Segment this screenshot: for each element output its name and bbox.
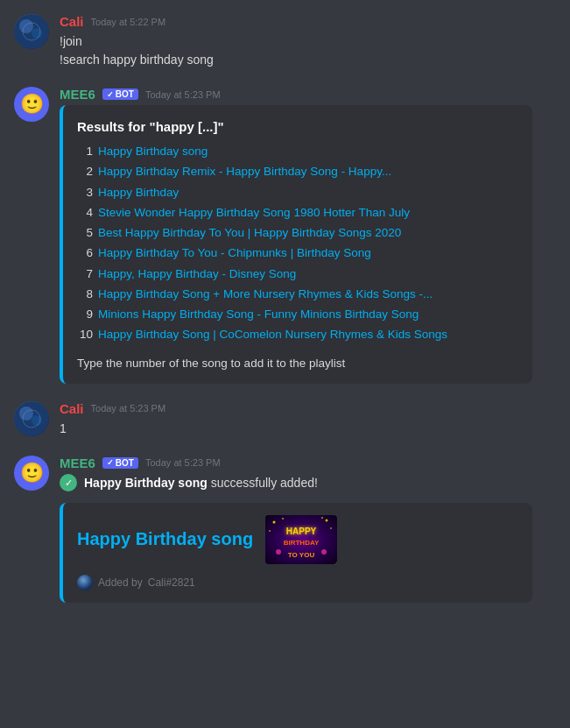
added-by-user: Cali#2821 [148, 576, 195, 589]
result-link-5[interactable]: Best Happy Birthday To You | Happy Birth… [98, 224, 401, 242]
message-header-4: MEE6 ✓ BOT Today at 5:23 PM [60, 456, 556, 470]
list-item: 5 Best Happy Birthday To You | Happy Bir… [77, 224, 518, 242]
result-list: 1 Happy Birthday song 2 Happy Birthday R… [77, 143, 518, 344]
message-group-2: 🙂 MEE6 ✓ BOT Today at 5:23 PM Results fo… [0, 73, 570, 387]
result-link-2[interactable]: Happy Birthday Remix - Happy Birthday So… [98, 163, 391, 180]
username-mee6-1: MEE6 [60, 87, 95, 102]
message-group-3: Cali Today at 5:23 PM 1 [0, 387, 570, 442]
svg-text:TO YOU: TO YOU [288, 551, 315, 559]
result-link-9[interactable]: Minions Happy Birthday Song - Funny Mini… [98, 306, 419, 323]
result-link-6[interactable]: Happy Birthday To You - Chipmunks | Birt… [98, 244, 371, 262]
search-results-card: Results for "happy [...]" 1 Happy Birthd… [60, 105, 532, 384]
svg-point-10 [282, 518, 284, 519]
message-group-1: Cali Today at 5:22 PM !join !search happ… [0, 0, 570, 73]
username-cali-2: Cali [60, 401, 84, 416]
svg-point-9 [273, 520, 276, 523]
list-item: 9 Minions Happy Birthday Song - Funny Mi… [77, 306, 518, 323]
avatar-cali-2 [14, 401, 49, 436]
message-text-1: !join !search happy birthday song [60, 32, 556, 69]
results-footer: Type the number of the song to add it to… [77, 357, 518, 370]
message-text-4: ✓ Happy Birthday song successfully added… [60, 474, 556, 492]
added-header: ✓ Happy Birthday song successfully added… [60, 474, 556, 492]
success-icon: ✓ [60, 474, 77, 491]
svg-point-4 [14, 401, 49, 436]
list-item: 7 Happy, Happy Birthday - Disney Song [77, 265, 518, 283]
message-text-3: 1 [60, 420, 556, 438]
message-header-3: Cali Today at 5:23 PM [60, 401, 556, 416]
avatar-mee6-2: 🙂 [14, 456, 49, 491]
message-group-4: 🙂 MEE6 ✓ BOT Today at 5:23 PM ✓ Happy Bi… [0, 442, 570, 606]
reply-number: 1 [60, 420, 556, 438]
timestamp-4: Today at 5:23 PM [145, 457, 221, 468]
list-item: 3 Happy Birthday [77, 184, 518, 201]
svg-point-14 [321, 517, 323, 519]
list-item: 4 Stevie Wonder Happy Birthday Song 1980… [77, 204, 518, 222]
list-item: 8 Happy Birthday Song + More Nursery Rhy… [77, 286, 518, 303]
mini-avatar-cali [77, 575, 93, 590]
svg-point-20 [321, 549, 327, 555]
svg-text:HAPPY: HAPPY [286, 527, 317, 536]
check-icon-1: ✓ [107, 90, 114, 99]
list-item: 1 Happy Birthday song [77, 143, 518, 160]
timestamp-2: Today at 5:23 PM [145, 89, 221, 100]
bot-badge-1: ✓ BOT [102, 88, 138, 100]
message-header-1: Cali Today at 5:22 PM [60, 14, 556, 29]
svg-point-5 [19, 406, 33, 421]
result-link-8[interactable]: Happy Birthday Song + More Nursery Rhyme… [98, 286, 433, 303]
svg-text:BIRTHDAY: BIRTHDAY [284, 539, 320, 547]
svg-point-1 [19, 19, 33, 33]
username-mee6-2: MEE6 [60, 456, 95, 470]
song-title-large: Happy Birthday song [77, 529, 253, 548]
song-preview: Happy Birthday song [77, 515, 518, 564]
song-title-display: Happy Birthday song [77, 529, 253, 549]
svg-point-13 [330, 527, 332, 529]
result-link-4[interactable]: Stevie Wonder Happy Birthday Song 1980 H… [98, 204, 410, 222]
bot-label-2: BOT [116, 458, 134, 468]
result-link-10[interactable]: Happy Birthday Song | CoComelon Nursery … [98, 326, 447, 343]
svg-point-0 [14, 14, 49, 49]
results-title: Results for "happy [...]" [77, 119, 518, 134]
svg-point-12 [326, 519, 328, 521]
avatar-cali-1 [14, 14, 49, 49]
list-item: 6 Happy Birthday To You - Chipmunks | Bi… [77, 244, 518, 262]
message-header-2: MEE6 ✓ BOT Today at 5:23 PM [60, 87, 556, 102]
added-song-name: Happy Birthday song [84, 476, 208, 490]
message-content-3: Cali Today at 5:23 PM 1 [60, 401, 556, 438]
result-link-1[interactable]: Happy Birthday song [98, 143, 208, 160]
result-link-3[interactable]: Happy Birthday [98, 184, 179, 201]
check-icon-2: ✓ [107, 458, 114, 467]
command-join: !join [60, 32, 556, 51]
svg-point-11 [269, 530, 271, 532]
added-by-row: Added by Cali#2821 [77, 575, 518, 590]
message-content-1: Cali Today at 5:22 PM !join !search happ… [60, 14, 556, 69]
timestamp-1: Today at 5:22 PM [91, 17, 166, 27]
list-item: 10 Happy Birthday Song | CoComelon Nurse… [77, 326, 518, 343]
username-cali-1: Cali [60, 14, 84, 29]
bot-badge-2: ✓ BOT [102, 457, 138, 469]
result-link-7[interactable]: Happy, Happy Birthday - Disney Song [98, 265, 296, 283]
added-card: Happy Birthday song [60, 503, 532, 603]
added-by-label: Added by [98, 576, 143, 589]
avatar-mee6-1: 🙂 [14, 87, 49, 122]
message-content-2: MEE6 ✓ BOT Today at 5:23 PM Results for … [60, 87, 556, 384]
list-item: 2 Happy Birthday Remix - Happy Birthday … [77, 163, 518, 180]
timestamp-3: Today at 5:23 PM [91, 403, 166, 413]
svg-point-19 [276, 549, 281, 555]
song-thumbnail: HAPPY BIRTHDAY TO YOU [265, 515, 337, 564]
command-search: !search happy birthday song [60, 51, 556, 69]
added-text: successfully added! [208, 476, 318, 490]
message-content-4: MEE6 ✓ BOT Today at 5:23 PM ✓ Happy Birt… [60, 456, 556, 603]
bot-label-1: BOT [116, 89, 134, 99]
